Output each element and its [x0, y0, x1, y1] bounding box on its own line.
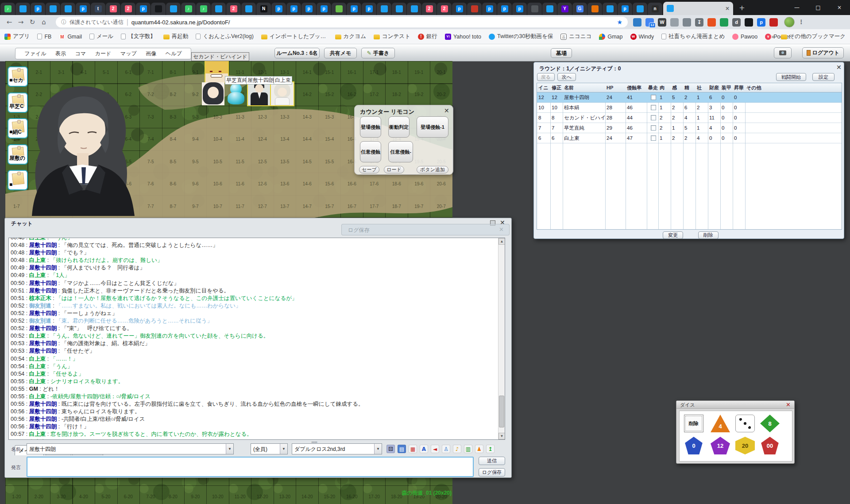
- logout-button[interactable]: ログアウト: [802, 47, 844, 58]
- counter-footer-button[interactable]: セーブ: [359, 166, 379, 173]
- browser-tab[interactable]: [61, 3, 75, 15]
- chat-scrollbar[interactable]: ▲ ▼: [498, 238, 505, 439]
- menu-ファイル[interactable]: ファイル: [24, 50, 46, 58]
- close-icon[interactable]: ✕: [444, 108, 449, 114]
- table-row[interactable]: 1010椋本絹28461262300: [537, 103, 842, 113]
- browser-tab[interactable]: p: [497, 3, 512, 15]
- home-icon[interactable]: ⌂: [38, 16, 50, 28]
- browser-tab[interactable]: p: [452, 3, 467, 15]
- browser-tab[interactable]: [407, 3, 421, 15]
- room-info-button[interactable]: ルームNo.3：6名: [274, 48, 320, 58]
- counter-button[interactable]: 任意侵蝕: [360, 141, 381, 162]
- cutin-icon[interactable]: ▦: [409, 445, 417, 453]
- table-row[interactable]: 88セカンド・ビハインド284422411100: [537, 113, 842, 123]
- bookmark-item[interactable]: コンテスト: [374, 33, 410, 40]
- bookmark-item[interactable]: くおんとふVer2(log): [196, 33, 254, 40]
- maximize-button[interactable]: □: [808, 0, 829, 15]
- bookmark-item[interactable]: 再起動: [163, 33, 189, 40]
- piece-shirakami[interactable]: [271, 82, 294, 105]
- bookmark-item[interactable]: メール: [89, 33, 113, 40]
- reload-icon[interactable]: ↻: [27, 16, 38, 28]
- font-color-icon[interactable]: A: [420, 445, 428, 453]
- d6-die[interactable]: [735, 415, 755, 432]
- screenshot-button[interactable]: [774, 47, 792, 58]
- extension-icon[interactable]: W: [658, 18, 666, 27]
- extension-icon[interactable]: d: [732, 18, 741, 27]
- extension-icon[interactable]: [769, 18, 778, 27]
- settings-button[interactable]: 設定: [812, 73, 835, 81]
- game-system-select[interactable]: ダブルクロス2nd,3rd ▼: [292, 443, 382, 454]
- trumpet-icon[interactable]: ♪: [453, 445, 461, 453]
- browser-tab[interactable]: ♪: [0, 3, 15, 15]
- sound-icon[interactable]: ◄: [431, 445, 439, 453]
- counter-footer-button[interactable]: ボタン追加: [417, 166, 448, 173]
- browser-tab[interactable]: Y: [557, 3, 572, 15]
- browser-tab[interactable]: p: [286, 3, 301, 15]
- browser-tab[interactable]: 2: [226, 3, 241, 15]
- browser-active-tab[interactable]: ×: [663, 2, 733, 15]
- browser-tab[interactable]: [15, 3, 30, 15]
- bookmark-item[interactable]: Y!Yahoo! toto: [445, 34, 481, 40]
- menu-カード[interactable]: カード: [95, 50, 112, 58]
- browser-tab[interactable]: p: [512, 3, 527, 15]
- bookmark-item[interactable]: インポートしたブックマーク: [261, 33, 328, 40]
- d4-die[interactable]: 4: [711, 415, 730, 432]
- extension-icon[interactable]: [683, 18, 691, 27]
- browser-tab[interactable]: p: [482, 3, 497, 15]
- menu-マップ[interactable]: マップ: [120, 50, 137, 58]
- target-select[interactable]: (全員) ▼: [251, 443, 288, 454]
- counter-button[interactable]: 登場侵蝕: [360, 116, 381, 138]
- log-upload-icon[interactable]: ↥: [486, 445, 495, 453]
- counter-button[interactable]: 登場侵蝕-1: [417, 116, 448, 138]
- info-icon[interactable]: ⓘ: [61, 17, 66, 27]
- bookmark-item[interactable]: WWindy: [630, 34, 654, 40]
- close-icon[interactable]: ✕: [786, 401, 791, 408]
- browser-tab[interactable]: p: [271, 3, 286, 15]
- d20-die[interactable]: 20: [735, 437, 755, 454]
- extension-icon[interactable]: [745, 18, 753, 27]
- browser-tab[interactable]: t: [91, 3, 105, 15]
- browser-tab[interactable]: 2: [121, 3, 135, 15]
- scroll-down-icon[interactable]: ▼: [498, 433, 505, 439]
- d10-die[interactable]: 0: [684, 437, 703, 454]
- extension-icon[interactable]: [633, 18, 641, 27]
- table-row[interactable]: 77早芝直純29462151400: [537, 123, 842, 133]
- browser-tab[interactable]: [603, 3, 617, 15]
- rampage-checkbox[interactable]: [651, 115, 656, 120]
- d100-die[interactable]: 00: [760, 437, 780, 454]
- browser-tab[interactable]: [467, 3, 482, 15]
- chevron-down-icon[interactable]: ▼: [374, 444, 382, 454]
- table-row[interactable]: 1212屋敷十四朗24411521600: [537, 92, 842, 103]
- browser-tab[interactable]: [241, 3, 256, 15]
- dice-titlebar[interactable]: ダイス ✕: [676, 401, 794, 409]
- dictionary-icon[interactable]: ▤: [398, 445, 406, 453]
- bookmark-item[interactable]: FB: [37, 34, 51, 40]
- bookmark-item[interactable]: 【文字数】: [121, 33, 156, 40]
- dice-bot-icon[interactable]: ⚄: [386, 445, 395, 453]
- send-button[interactable]: 送信: [479, 457, 505, 465]
- forward-icon[interactable]: →: [15, 16, 27, 28]
- browser-tab[interactable]: [527, 3, 542, 15]
- browser-tab[interactable]: [211, 3, 226, 15]
- menu-画像[interactable]: 画像: [146, 50, 156, 58]
- extension-icon[interactable]: [707, 18, 716, 27]
- back-icon[interactable]: ←: [4, 16, 15, 28]
- graveyard-button[interactable]: 墓場: [551, 48, 572, 58]
- browser-tab[interactable]: n: [648, 3, 662, 15]
- url-text[interactable]: quantum44-02.sakura.ne.jp/DodontoF/: [131, 19, 230, 26]
- menu-表示[interactable]: 表示: [55, 50, 66, 58]
- menu-ヘルプ[interactable]: ヘルプ: [166, 50, 182, 58]
- message-input[interactable]: [27, 457, 474, 477]
- browser-tab[interactable]: [633, 3, 647, 15]
- browser-tab[interactable]: [46, 3, 60, 15]
- speaker-name-combo[interactable]: 屋敷十四朗 ▼: [27, 443, 234, 454]
- browser-tab[interactable]: 2: [106, 3, 120, 15]
- counter-icon[interactable]: ▥: [464, 445, 472, 453]
- close-icon[interactable]: ✕: [499, 226, 504, 233]
- browser-tab[interactable]: p: [347, 3, 361, 15]
- browser-tab[interactable]: [332, 3, 346, 15]
- extension-icon[interactable]: ↧: [695, 18, 703, 27]
- next-button[interactable]: 次へ: [557, 73, 576, 81]
- profile-avatar[interactable]: [784, 17, 795, 27]
- browser-tab[interactable]: p: [31, 3, 45, 15]
